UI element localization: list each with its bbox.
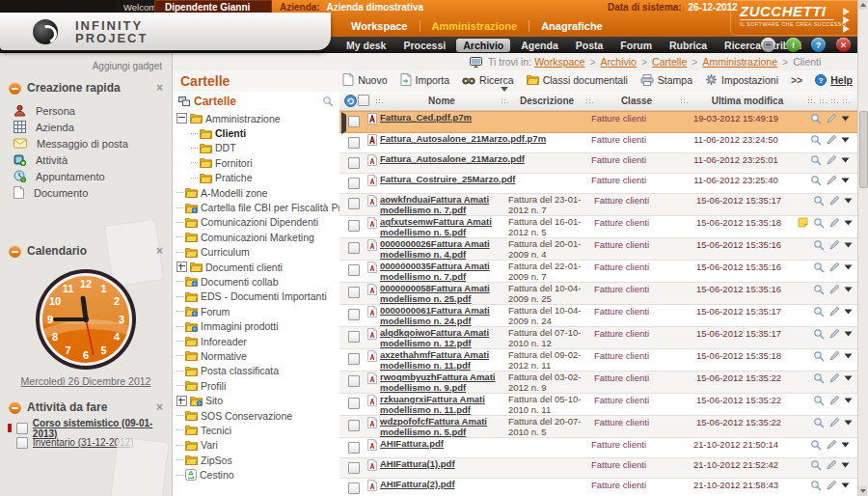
more-caret-icon[interactable] bbox=[842, 262, 854, 270]
select-all-checkbox[interactable] bbox=[358, 95, 369, 106]
more-caret-icon[interactable] bbox=[839, 480, 852, 488]
tree-item-forum[interactable]: Forum bbox=[173, 304, 339, 318]
stampa-button[interactable]: Stampa bbox=[640, 74, 692, 86]
row-checkbox[interactable] bbox=[348, 482, 360, 494]
preview-icon[interactable] bbox=[811, 372, 827, 384]
todo-link[interactable]: Corso sistemistico (09-01-2013) bbox=[33, 418, 172, 439]
more-caret-icon[interactable] bbox=[842, 417, 854, 426]
table-row[interactable]: AHIFattura.pdfFatture clienti21-10-2012 … bbox=[339, 438, 858, 458]
edit-icon[interactable] bbox=[827, 217, 842, 229]
menu-item-agenda[interactable]: Agenda bbox=[514, 39, 565, 52]
importa-button[interactable]: Importa bbox=[400, 73, 450, 86]
tree-item-tecnici[interactable]: Tecnici bbox=[173, 423, 339, 437]
collapse-gadget-icon[interactable] bbox=[9, 245, 21, 258]
edit-icon[interactable] bbox=[827, 328, 842, 340]
tree-item-cartella-file-cbi-per-fiscalit-privilegiata[interactable]: Cartella file CBI per Fiscalità Privileg… bbox=[173, 200, 339, 214]
row-checkbox[interactable] bbox=[348, 116, 360, 127]
quick-create-attivit[interactable]: Attività bbox=[14, 152, 172, 168]
preview-icon[interactable] bbox=[811, 284, 827, 295]
column-header-classe[interactable]: Classe bbox=[595, 96, 678, 106]
tree-item-normative[interactable]: Normative bbox=[173, 348, 339, 363]
preview-icon[interactable] bbox=[811, 239, 827, 251]
page-scrollbar[interactable] bbox=[857, 0, 868, 496]
column-grip-icon[interactable] bbox=[680, 97, 688, 105]
refresh-icon[interactable] bbox=[342, 95, 358, 107]
table-row[interactable]: wdzpofofcfFattura Amati modellismo n. 5.… bbox=[339, 416, 858, 438]
preview-icon[interactable] bbox=[808, 175, 824, 186]
toolbar-more-button[interactable]: >> bbox=[791, 74, 802, 86]
tree-item-amministrazione[interactable]: Amministrazione bbox=[173, 111, 339, 125]
row-checkbox[interactable] bbox=[348, 442, 360, 454]
more-caret-icon[interactable] bbox=[842, 350, 854, 359]
more-caret-icon[interactable] bbox=[842, 284, 854, 292]
collapse-icon[interactable] bbox=[176, 113, 187, 124]
tree-item-sos-conservazione[interactable]: SOS Conservazione bbox=[173, 408, 339, 423]
document-name-link[interactable]: Fattura_Autosalone_21Marzo.pdf bbox=[380, 153, 525, 164]
document-name-link[interactable]: Fattura_Autosalone_21Marzo.pdf.p7m bbox=[380, 133, 546, 144]
quick-create-messaggio-di-posta[interactable]: Messaggio di posta bbox=[14, 135, 172, 152]
tree-item-inforeader[interactable]: Inforeader bbox=[173, 334, 339, 348]
more-caret-icon[interactable] bbox=[842, 239, 854, 248]
document-name-link[interactable]: 0000000061Fattura Amati modellismo n. 24… bbox=[380, 305, 490, 326]
column-header-nome[interactable]: Nome bbox=[385, 96, 499, 106]
more-caret-icon[interactable] bbox=[839, 175, 852, 183]
table-row[interactable]: axzethahmfFattura Amati modellismo n. 11… bbox=[339, 349, 858, 372]
preview-icon[interactable] bbox=[811, 328, 827, 340]
table-row[interactable]: alqdkqoiwoFattura Amati modellismo n. 12… bbox=[339, 327, 858, 349]
document-name-link[interactable]: rzkuangrxiFattura Amati modellismo n. 11… bbox=[380, 394, 485, 415]
preview-icon[interactable] bbox=[808, 459, 824, 471]
collapse-gadget-icon[interactable] bbox=[9, 401, 21, 414]
document-name-link[interactable]: Fattura_Costruire_25Marzo.pdf bbox=[380, 174, 515, 184]
table-row[interactable]: aqfxutsemwFattura Amati modellismo n. 5.… bbox=[339, 216, 858, 238]
help-link[interactable]: ?Help bbox=[815, 74, 853, 86]
tree-item-a-modelli-zone[interactable]: A-Modelli zone bbox=[173, 185, 339, 200]
column-grip-icon[interactable] bbox=[375, 97, 383, 105]
nuovo-button[interactable]: Nuovo bbox=[342, 73, 387, 86]
expand-icon[interactable] bbox=[176, 262, 187, 272]
tree-item-comunicazioni-marketing[interactable]: Comunicazioni Marketing bbox=[173, 230, 339, 244]
edit-icon[interactable] bbox=[827, 284, 842, 295]
quick-create-appuntamento[interactable]: Appuntamento bbox=[14, 168, 172, 184]
table-row[interactable]: 0000000026Fattura Amati modellismo n. 4.… bbox=[339, 238, 858, 261]
edit-icon[interactable] bbox=[824, 154, 839, 166]
edit-icon[interactable] bbox=[827, 417, 842, 428]
scroll-down-icon[interactable] bbox=[858, 486, 867, 496]
row-checkbox[interactable] bbox=[348, 331, 360, 343]
menu-item-posta[interactable]: Posta bbox=[569, 39, 610, 52]
row-checkbox[interactable] bbox=[348, 398, 360, 409]
preview-icon[interactable] bbox=[811, 350, 827, 362]
classi-documentali-button[interactable]: Classi documentali bbox=[527, 74, 628, 86]
column-header-descrizione[interactable]: Descrizione bbox=[510, 96, 583, 106]
document-name-link[interactable]: 0000000026Fattura Amati modellismo n. 4.… bbox=[380, 238, 490, 260]
preview-icon[interactable] bbox=[811, 395, 827, 406]
logout-icon[interactable]: ✕ bbox=[836, 38, 851, 52]
more-caret-icon[interactable] bbox=[839, 113, 852, 122]
edit-icon[interactable] bbox=[827, 306, 842, 317]
ricerca-button[interactable]: Ricerca bbox=[462, 74, 514, 86]
column-grip-icon[interactable] bbox=[842, 97, 850, 105]
preview-icon[interactable] bbox=[811, 306, 827, 317]
table-row[interactable]: Fattura_Autosalone_21Marzo.pdfFatture cl… bbox=[339, 153, 858, 174]
document-name-link[interactable]: AHIFattura(1).pdf bbox=[380, 458, 455, 469]
edit-icon[interactable] bbox=[824, 113, 839, 124]
menu-item-forum[interactable]: Forum bbox=[613, 39, 659, 52]
document-name-link[interactable]: aowkfnduaiFattura Amati modellismo n. 7.… bbox=[380, 194, 489, 215]
preview-icon[interactable] bbox=[808, 134, 824, 146]
row-checkbox[interactable] bbox=[348, 287, 360, 298]
expand-icon[interactable] bbox=[176, 396, 187, 406]
tree-item-cestino[interactable]: Cestino bbox=[173, 467, 339, 482]
row-checkbox[interactable] bbox=[348, 264, 360, 276]
preview-icon[interactable] bbox=[808, 439, 824, 451]
edit-icon[interactable] bbox=[827, 350, 842, 362]
table-row[interactable]: aowkfnduaiFattura Amati modellismo n. 7.… bbox=[339, 194, 858, 216]
quick-create-persona[interactable]: Persona bbox=[14, 102, 172, 119]
tree-item-profili[interactable]: Profili bbox=[173, 378, 339, 393]
column-header-ultima-modifica[interactable]: Ultima modifica bbox=[690, 96, 805, 106]
row-checkbox[interactable] bbox=[348, 309, 360, 320]
menu-item-my-desk[interactable]: My desk bbox=[339, 39, 393, 52]
quick-create-azienda[interactable]: Azienda bbox=[14, 119, 172, 135]
tab-workspace[interactable]: Workspace bbox=[339, 20, 420, 32]
document-name-link[interactable]: aqfxutsemwFattura Amati modellismo n. 5.… bbox=[380, 216, 492, 237]
menu-item-archivio[interactable]: Archivio bbox=[456, 39, 510, 52]
row-checkbox[interactable] bbox=[348, 178, 360, 189]
